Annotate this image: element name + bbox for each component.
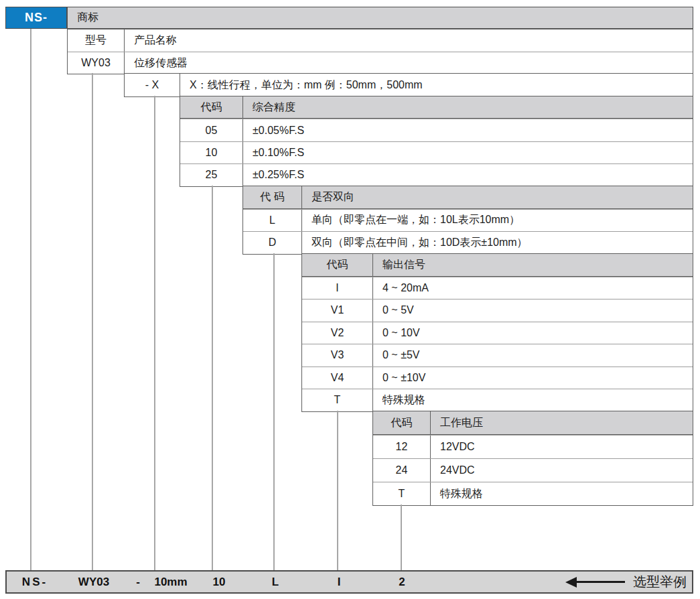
connector-line xyxy=(273,253,275,571)
example-segment: L xyxy=(272,576,279,589)
output-value: 4 ~ 20mA xyxy=(373,277,693,300)
accuracy-header-label: 综合精度 xyxy=(243,96,693,118)
voltage-value: 12VDC xyxy=(431,436,693,458)
example-caption: 选型举例 xyxy=(633,573,687,591)
output-code: V2 xyxy=(302,322,373,344)
voltage-code: 12 xyxy=(373,436,431,458)
output-value: 0 ~ ±5V xyxy=(373,344,693,367)
stroke-desc: X：线性行程，单位为：mm 例：50mm，500mm xyxy=(180,74,693,96)
model-header-name: 产品名称 xyxy=(125,29,693,52)
table-row: 05 ±0.05%F.S xyxy=(180,119,693,141)
output-code: V3 xyxy=(302,344,373,367)
table-row: V4 0 ~ ±10V xyxy=(302,367,693,389)
brand-header-row: 商标 xyxy=(67,7,693,29)
connector-line xyxy=(212,186,213,571)
table-header-row: 代码 工作电压 xyxy=(373,411,693,435)
table-header-row: 代 码 是否双向 xyxy=(243,186,693,209)
example-segment: 10mm xyxy=(154,576,187,589)
table-row: WY03 位移传感器 xyxy=(68,52,693,74)
table-row: 24 24VDC xyxy=(373,458,693,482)
example-segment: 10 xyxy=(213,576,226,589)
example-bar: NS- WY03 - 10mm 10 L I 2 选型举例 xyxy=(5,570,693,594)
model-table: 型号 产品名称 WY03 位移传感器 xyxy=(67,29,693,74)
direction-code: L xyxy=(243,210,302,232)
accuracy-code: 05 xyxy=(180,119,243,141)
example-segment: I xyxy=(338,576,341,589)
connector-line xyxy=(30,29,31,571)
output-header-code: 代码 xyxy=(302,254,373,276)
table-row: 12 12VDC xyxy=(373,435,693,458)
accuracy-code: 25 xyxy=(180,164,243,186)
direction-code: D xyxy=(243,232,302,254)
table-row: V3 0 ~ ±5V xyxy=(302,344,693,367)
accuracy-value: ±0.25%F.S xyxy=(243,164,693,186)
connector-line xyxy=(337,411,338,571)
accuracy-header-code: 代码 xyxy=(180,96,243,118)
output-header-label: 输出信号 xyxy=(373,254,693,276)
output-value: 特殊规格 xyxy=(373,389,693,411)
voltage-header-label: 工作电压 xyxy=(431,411,693,434)
table-row: 10 ±0.10%F.S xyxy=(180,141,693,163)
output-signal-table: 代码 输出信号 I 4 ~ 20mA V1 0 ~ 5V V2 0 ~ 10V … xyxy=(301,253,693,412)
output-value: 0 ~ 10V xyxy=(373,322,693,344)
connector-line xyxy=(154,96,155,571)
table-row: V2 0 ~ 10V xyxy=(302,322,693,344)
table-row: T 特殊规格 xyxy=(373,482,693,505)
example-segment: - xyxy=(136,576,140,589)
output-code: V4 xyxy=(302,367,373,389)
table-row: I 4 ~ 20mA xyxy=(302,277,693,300)
model-code: WY03 xyxy=(68,52,125,74)
example-segment: 2 xyxy=(399,576,405,589)
table-row: V1 0 ~ 5V xyxy=(302,299,693,322)
ordering-code-diagram: NS- 商标 型号 产品名称 WY03 位移传感器 - X X：线性行程，单位为… xyxy=(0,0,700,599)
direction-header-label: 是否双向 xyxy=(302,186,693,208)
accuracy-value: ±0.10%F.S xyxy=(243,142,693,163)
table-row: 型号 产品名称 xyxy=(68,29,693,52)
prefix-code: NS- xyxy=(25,11,48,25)
output-code: V1 xyxy=(302,300,373,322)
stroke-table: - X X：线性行程，单位为：mm 例：50mm，500mm xyxy=(124,73,693,97)
arrow-shaft xyxy=(577,581,625,583)
table-row: 25 ±0.25%F.S xyxy=(180,163,693,186)
table-header-row: 代码 综合精度 xyxy=(180,96,693,119)
direction-value: 单向（即零点在一端，如：10L表示10mm） xyxy=(302,210,693,232)
left-arrow-icon xyxy=(565,577,577,588)
brand-label: 商标 xyxy=(77,11,98,25)
accuracy-value: ±0.05%F.S xyxy=(243,119,693,141)
voltage-table: 代码 工作电压 12 12VDC 24 24VDC T 特殊规格 xyxy=(372,411,693,506)
direction-value: 双向（即零点在中间，如：10D表示±10mm） xyxy=(302,232,693,254)
accuracy-code: 10 xyxy=(180,142,243,163)
voltage-value: 24VDC xyxy=(431,459,693,482)
example-segment: NS- xyxy=(22,576,48,589)
model-name: 位移传感器 xyxy=(125,52,693,74)
output-value: 0 ~ ±10V xyxy=(373,367,693,389)
voltage-header-code: 代码 xyxy=(373,411,431,434)
output-code: I xyxy=(302,277,373,300)
voltage-value: 特殊规格 xyxy=(431,482,693,505)
table-row: L 单向（即零点在一端，如：10L表示10mm） xyxy=(243,209,693,232)
example-pointer: 选型举例 xyxy=(565,572,687,592)
stroke-code: - X xyxy=(125,74,180,96)
voltage-code: T xyxy=(373,482,431,505)
table-row: - X X：线性行程，单位为：mm 例：50mm，500mm xyxy=(125,74,693,96)
table-row: T 特殊规格 xyxy=(302,389,693,411)
voltage-code: 24 xyxy=(373,459,431,482)
table-header-row: 代码 输出信号 xyxy=(302,254,693,277)
connector-line xyxy=(92,73,93,571)
example-segment: WY03 xyxy=(78,576,109,589)
direction-header-code: 代 码 xyxy=(243,186,302,208)
connector-line xyxy=(401,505,402,571)
output-value: 0 ~ 5V xyxy=(373,300,693,322)
table-row: D 双向（即零点在中间，如：10D表示±10mm） xyxy=(243,231,693,254)
direction-table: 代 码 是否双向 L 单向（即零点在一端，如：10L表示10mm） D 双向（即… xyxy=(242,186,693,255)
accuracy-table: 代码 综合精度 05 ±0.05%F.S 10 ±0.10%F.S 25 ±0.… xyxy=(180,96,693,187)
model-header-code: 型号 xyxy=(68,29,125,52)
prefix-code-box: NS- xyxy=(5,7,67,29)
output-code: T xyxy=(302,389,373,411)
